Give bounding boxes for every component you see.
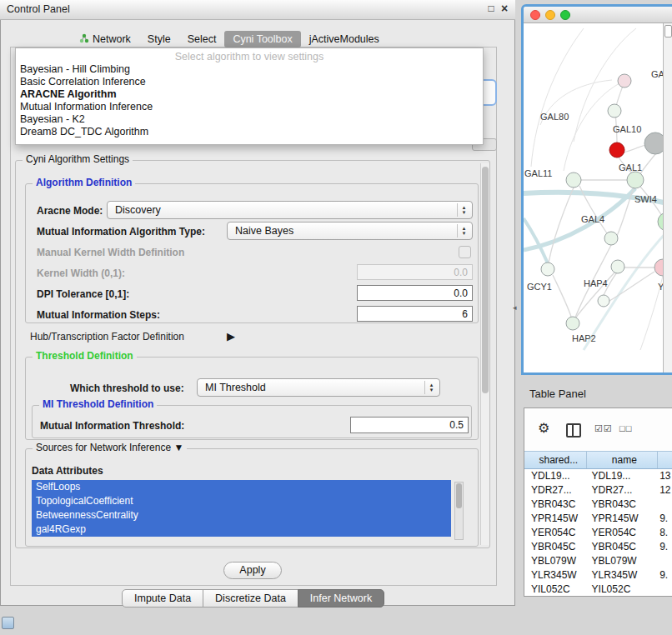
tab-cyni-toolbox[interactable]: Cyni Toolbox: [224, 31, 300, 48]
network-node[interactable]: [618, 74, 631, 88]
dropdown-option[interactable]: Bayesian - Hill Climbing: [20, 63, 130, 76]
dropdown-option-selected[interactable]: ARACNE Algorithm: [20, 88, 117, 101]
table-row[interactable]: YBL079WYBL079W: [524, 554, 672, 568]
apply-button[interactable]: Apply: [223, 562, 282, 579]
zoom-traffic-light-icon[interactable]: [560, 10, 570, 20]
manual-kernel-label: Manual Kernel Width Definition: [37, 247, 184, 258]
group-title: Threshold Definition: [33, 350, 137, 362]
control-panel-titlebar[interactable]: Control Panel □ ×: [0, 0, 515, 20]
group-title: Cyni Algorithm Settings: [23, 153, 133, 165]
dropdown-option[interactable]: Mutual Information Inference: [20, 101, 153, 113]
mi-steps-label: Mutual Information Steps:: [37, 309, 160, 321]
combo-stepper-icon: ▴▾: [424, 381, 438, 394]
list-scrollbar[interactable]: [454, 482, 464, 540]
column-header-shared-name[interactable]: shared...: [524, 452, 587, 468]
desktop: Control Panel □ × Network Style Select C…: [0, 0, 672, 635]
node-label: GAL4: [581, 214, 604, 224]
node-label: GAL10: [613, 124, 641, 134]
node-label: SWI4: [634, 194, 657, 204]
table-row[interactable]: YPR145WYPR145W9.: [524, 512, 672, 526]
dropdown-option[interactable]: Dream8 DC_TDC Algorithm: [20, 126, 148, 138]
table-row[interactable]: YDL19...YDL19...13: [524, 469, 672, 483]
minimized-panel-icon[interactable]: [2, 617, 14, 629]
scrollbar-thumb[interactable]: [482, 167, 489, 393]
network-node[interactable]: [566, 172, 581, 188]
mi-type-combo[interactable]: Naive Bayes ▴▾: [227, 222, 473, 240]
deselect-all-icon[interactable]: □□: [619, 423, 632, 433]
dropdown-placeholder: Select algorithm to view settings: [16, 51, 483, 62]
network-canvas[interactable]: GAL8 GAL80 GAL10 GAL11 GAL1 SWI4 GAL4 GC…: [524, 23, 672, 372]
table-row[interactable]: YBR043CYBR043C: [524, 498, 672, 512]
tab-impute-data[interactable]: Impute Data: [122, 589, 203, 608]
tab-label: Network: [93, 33, 131, 45]
node-label: GAL1: [619, 162, 642, 172]
network-node[interactable]: [611, 260, 624, 273]
table-header: shared... name: [524, 451, 672, 469]
tab-network[interactable]: Network: [71, 31, 139, 48]
scrollbar-thumb[interactable]: [664, 25, 672, 38]
mi-threshold-field[interactable]: [350, 417, 469, 433]
kernel-width-field[interactable]: [357, 264, 473, 280]
columns-icon[interactable]: [566, 423, 581, 438]
close-traffic-light-icon[interactable]: [530, 10, 540, 20]
dropdown-option[interactable]: Bayesian - K2: [20, 113, 85, 126]
group-title: Sources for Network Inference ▼: [33, 442, 187, 453]
data-attributes-label: Data Attributes: [32, 465, 103, 477]
network-node[interactable]: [566, 317, 579, 330]
table-row[interactable]: YBR045CYBR045C9.: [524, 540, 672, 554]
tab-jactivemodules[interactable]: jActiveModules: [301, 31, 388, 48]
aracne-mode-combo[interactable]: Discovery ▴▾: [107, 201, 473, 219]
column-header-extra[interactable]: [658, 452, 672, 468]
network-node[interactable]: [604, 232, 618, 245]
hub-expand-icon[interactable]: ▶: [227, 330, 235, 342]
algorithm-dropdown-popup: Select algorithm to view settings Bayesi…: [15, 48, 484, 145]
group-title: Algorithm Definition: [33, 177, 135, 188]
restore-icon[interactable]: □: [485, 2, 497, 14]
tab-style[interactable]: Style: [139, 31, 179, 48]
combo-value: MI Threshold: [205, 382, 266, 393]
table-panel-title: Table Panel: [529, 388, 586, 400]
minimize-traffic-light-icon[interactable]: [545, 10, 555, 20]
tab-select[interactable]: Select: [179, 31, 225, 48]
list-item[interactable]: SelfLoops: [32, 480, 451, 494]
which-threshold-label: Which threshold to use:: [70, 382, 184, 394]
scrollbar-thumb[interactable]: [456, 483, 462, 508]
close-icon[interactable]: ×: [499, 2, 510, 15]
tab-label: jActiveModules: [309, 33, 379, 45]
select-all-icon[interactable]: ☑☑: [594, 423, 613, 434]
network-scrollbar[interactable]: [663, 23, 672, 372]
network-window-titlebar[interactable]: [524, 7, 672, 23]
network-node[interactable]: [541, 262, 554, 276]
column-header-name[interactable]: name: [587, 452, 659, 468]
list-item[interactable]: TopologicalCoefficient: [32, 494, 451, 508]
mi-threshold-label: Mutual Information Threshold:: [40, 420, 184, 432]
network-node[interactable]: [598, 295, 609, 307]
panel-resize-handle[interactable]: ◂: [513, 303, 517, 312]
list-item[interactable]: gal4RGexp: [32, 522, 451, 537]
data-attributes-list[interactable]: SelfLoops TopologicalCoefficient Between…: [32, 480, 464, 542]
hub-section-label[interactable]: Hub/Transcription Factor Definition: [30, 331, 184, 342]
settings-scrollbar[interactable]: [480, 163, 489, 545]
list-item[interactable]: BetweennessCentrality: [32, 508, 451, 522]
node-label: HAP4: [584, 278, 608, 288]
group-title: MI Threshold Definition: [39, 398, 157, 410]
manual-kernel-checkbox[interactable]: [459, 246, 471, 258]
gear-icon[interactable]: ⚙: [538, 420, 549, 436]
table-row[interactable]: YDR27...YDR27...12: [524, 483, 672, 498]
dropdown-option[interactable]: Basic Correlation Inference: [20, 76, 146, 88]
table-toolbar: ⚙ ☑☑ □□: [524, 408, 672, 450]
which-threshold-combo[interactable]: MI Threshold ▴▾: [197, 378, 440, 397]
node-label: HAP2: [572, 333, 596, 343]
aracne-mode-label: Aracne Mode:: [37, 205, 103, 217]
table-row[interactable]: YIL052CYIL052C: [524, 582, 672, 597]
network-node[interactable]: [627, 172, 644, 188]
sources-collapse-icon[interactable]: ▼: [173, 442, 183, 453]
tab-discretize-data[interactable]: Discretize Data: [203, 589, 298, 608]
network-node[interactable]: [608, 104, 621, 118]
tab-infer-network[interactable]: Infer Network: [298, 589, 384, 608]
dpi-tolerance-field[interactable]: [357, 285, 473, 301]
table-row[interactable]: YER054CYER054C8.: [524, 526, 672, 540]
mi-steps-field[interactable]: [357, 306, 473, 322]
network-node-selected-red[interactable]: [609, 142, 624, 158]
table-row[interactable]: YLR345WYLR345W9.: [524, 568, 672, 582]
